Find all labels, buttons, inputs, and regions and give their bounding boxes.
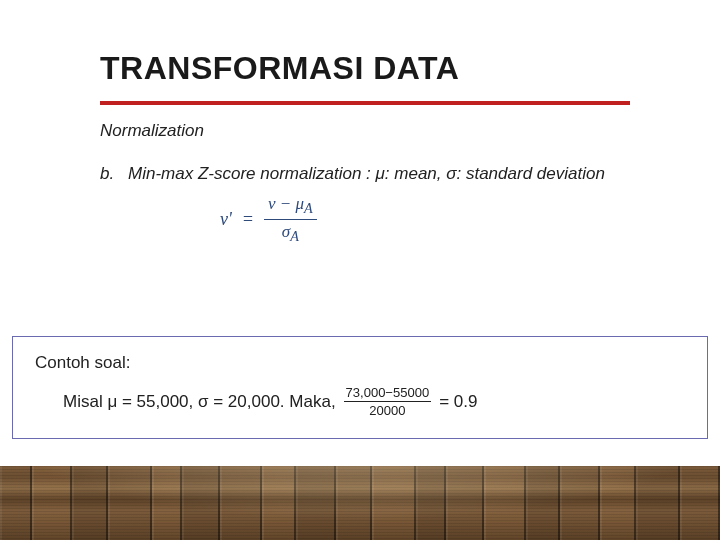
floor-plank: [560, 466, 600, 540]
floor-plank: [446, 466, 484, 540]
floor-plank: [220, 466, 262, 540]
floor-plank: [152, 466, 182, 540]
floor-plank: [680, 466, 720, 540]
formula-eq: =: [242, 209, 254, 230]
subtitle: Normalization: [100, 121, 630, 141]
example-frac-den: 20000: [367, 402, 407, 418]
page-title: TRANSFORMASI DATA: [100, 50, 630, 105]
floor-plank: [600, 466, 636, 540]
formula-den-sub: A: [290, 229, 299, 245]
floor-plank: [182, 466, 220, 540]
formula-lhs: v': [220, 209, 232, 230]
floor-plank: [108, 466, 152, 540]
example-result: = 0.9: [439, 392, 477, 412]
floor-plank: [526, 466, 560, 540]
formula-denominator: σ: [282, 222, 290, 241]
floor-plank: [32, 466, 72, 540]
example-box: Contoh soal: Misal μ = 55,000, σ = 20,00…: [12, 336, 708, 439]
bullet-text: Min-max Z-score normalization : μ: mean,…: [128, 163, 630, 186]
floor-plank: [372, 466, 416, 540]
wood-floor-decoration: [0, 466, 720, 540]
example-title: Contoh soal:: [35, 353, 685, 373]
example-line: Misal μ = 55,000, σ = 20,000. Maka, 73,0…: [63, 385, 685, 418]
floor-plank: [336, 466, 372, 540]
bullet-item: b. Min-max Z-score normalization : μ: me…: [100, 163, 630, 186]
formula-numerator: v − μ: [268, 194, 304, 213]
floor-plank: [72, 466, 108, 540]
example-prefix: Misal μ = 55,000, σ = 20,000. Maka,: [63, 392, 336, 412]
content-area: TRANSFORMASI DATA Normalization b. Min-m…: [0, 0, 720, 246]
floor-plank: [484, 466, 526, 540]
formula-fraction: v − μA σA: [264, 194, 317, 246]
floor-plank: [416, 466, 446, 540]
bullet-label: b.: [100, 163, 128, 186]
example-fraction: 73,000−55000 20000: [344, 385, 432, 418]
formula-num-sub: A: [304, 200, 313, 216]
floor-plank: [296, 466, 336, 540]
slide: TRANSFORMASI DATA Normalization b. Min-m…: [0, 0, 720, 540]
example-frac-num: 73,000−55000: [344, 385, 432, 401]
floor-plank: [262, 466, 296, 540]
floor-plank: [0, 466, 32, 540]
floor-plank: [636, 466, 680, 540]
formula-zscore: v' = v − μA σA: [220, 194, 317, 246]
